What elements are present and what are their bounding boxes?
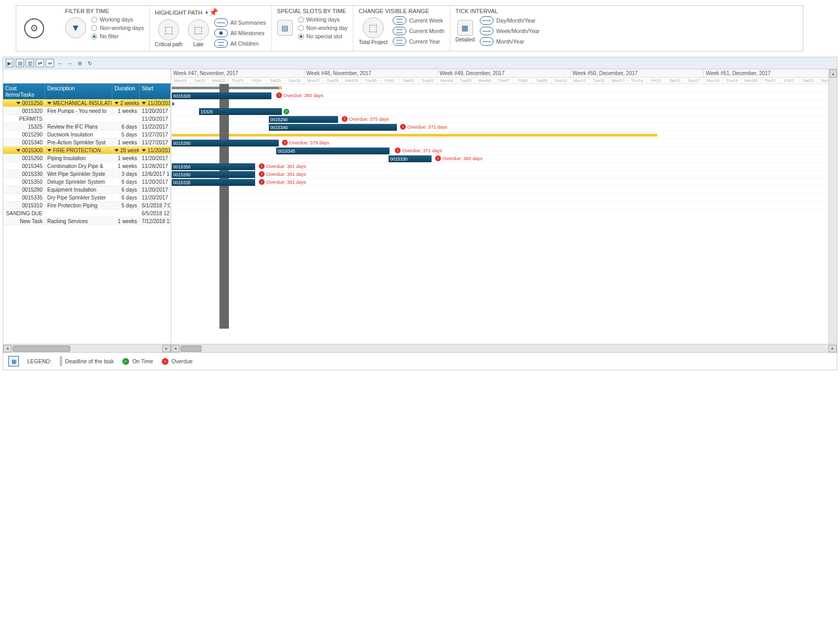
table-row[interactable]: 0015260Piping Insulation1 weeks11/20/201… (3, 154, 171, 162)
cell-start: 11/22/2017 (140, 124, 171, 130)
my-link[interactable]: Month/Year (480, 37, 540, 46)
radio-slot-none[interactable]: No special slot (298, 33, 348, 39)
task-bar[interactable]: 0015340 (269, 124, 397, 131)
table-header: Cost Items/Tasks Description Duration St… (3, 83, 171, 99)
radio-non-working-days[interactable]: Non-working days (91, 25, 144, 31)
table-row[interactable]: 0015320Fire Pumps - You need to1 weeks11… (3, 107, 171, 115)
summary-bar[interactable] (172, 134, 657, 136)
group-title: TICK INTERVAL (456, 8, 540, 14)
filter-icon[interactable]: ▼ (65, 17, 86, 38)
scroll-right-icon[interactable]: ▸ (828, 345, 837, 352)
radio-slot-working[interactable]: Working days (298, 16, 348, 23)
cell-dur: 5 days (112, 203, 140, 208)
vertical-scrollbar[interactable]: ▴ (828, 69, 837, 344)
gantt-area[interactable]: 0015320!Overdue: 380 days15325✓0015290!O… (171, 84, 837, 329)
day-header: Sat16 (666, 78, 685, 83)
legend-toggle-icon[interactable]: ▦ (8, 356, 19, 366)
table-h-scrollbar[interactable]: ◂ ▸ (3, 344, 171, 352)
table-row[interactable]: SANDING DUE6/5/2018 12 (3, 209, 171, 217)
current-week-link[interactable]: Current Week (393, 16, 444, 25)
table-row[interactable]: New TaskRacking Services1 weeks7/12/2018… (3, 217, 171, 225)
task-bar[interactable]: 0015280 (172, 171, 255, 178)
collapse-icon[interactable]: ▤ (16, 59, 24, 67)
late-button[interactable]: ⬚ (188, 19, 209, 40)
cell-dur: 1 weeks (112, 140, 140, 145)
current-year-link[interactable]: Current Year (393, 37, 444, 46)
main-area: ▶| ▤ ▥ ⇄ ⇹ ← → ⊕ ↻ Cost Items/Tasks Desc… (3, 57, 837, 370)
task-bar[interactable]: 0015350 (172, 163, 255, 170)
gantt-chart: Week #47, November, 2017Week #48, Novemb… (171, 69, 837, 344)
zoom-icon[interactable]: ⊕ (76, 59, 84, 67)
table-row[interactable]: 15325Review the IFC Plans6 days11/22/201… (3, 123, 171, 131)
scroll-up-icon[interactable]: ▴ (830, 69, 837, 78)
cell-id: 0015335 (3, 195, 45, 201)
dmy-link[interactable]: Day/Month/Year (480, 16, 540, 25)
table-row[interactable]: 0015340Pre-Action Sprinkler Syst1 weeks1… (3, 139, 171, 146)
table-row[interactable]: 0015335Dry Pipe Sprinkler Syster6 days11… (3, 194, 171, 202)
scroll-thumb[interactable] (13, 345, 70, 352)
fwd-arrow-icon[interactable]: → (66, 59, 74, 67)
task-bar[interactable]: 0015330 (388, 155, 432, 162)
scroll-right-icon[interactable]: ▸ (162, 345, 171, 352)
day-header: Wed20 (742, 78, 761, 83)
scroll-left-icon[interactable]: ◂ (171, 345, 180, 352)
radio-slot-nonworking[interactable]: Non-working day (298, 25, 348, 31)
cell-desc: Review the IFC Plans (45, 124, 112, 130)
table-row[interactable]: PERMITS11/20/2017 (3, 115, 171, 123)
table-row[interactable]: 0015290Ductwork Insulation5 days11/27/20… (3, 131, 171, 139)
table-row[interactable]: 0015350Deluge Sprinkler System6 days11/2… (3, 178, 171, 186)
scroll-left-icon[interactable]: ◂ (3, 345, 12, 352)
cell-dur: 1 weeks (112, 155, 140, 161)
cell-id: SANDING DUE (3, 211, 45, 216)
task-bar[interactable]: 0015320 (172, 92, 271, 99)
gantt-h-scrollbar[interactable]: ◂ ▸ (171, 344, 837, 352)
table-row[interactable]: 0015345Combination Dry Pipe &1 weeks11/2… (3, 162, 171, 170)
cell-desc: Fire Protection Piping (45, 203, 112, 208)
refresh-icon[interactable]: ↻ (86, 59, 94, 67)
table-row[interactable]: 0015280Equipment Insulation6 days11/20/2… (3, 186, 171, 194)
current-month-link[interactable]: Current Month (393, 27, 444, 35)
day-header: Fri15 (647, 78, 666, 83)
table-row[interactable]: 0015300FIRE PROTECTION28 weeks11/20/2017… (3, 146, 171, 154)
all-milestones-link[interactable]: All Milestones (214, 29, 266, 37)
wmy-link[interactable]: Week/Month/Year (480, 27, 540, 35)
cell-desc: Equipment Insulation (45, 187, 112, 193)
tick-interval-group: TICK INTERVAL ▦Detailed Day/Month/Year W… (450, 6, 545, 51)
overdue-dot-icon: ! (259, 179, 265, 185)
critical-path-button[interactable]: ⬚ (158, 19, 179, 40)
radio-no-filter[interactable]: No filter (91, 33, 144, 39)
col-desc[interactable]: Description (45, 83, 112, 99)
day-header: Wed06 (476, 78, 495, 83)
day-header: Fri22 (780, 78, 799, 83)
task-bar[interactable]: 0015290 (269, 116, 338, 123)
all-children-link[interactable]: All Children (214, 39, 266, 48)
day-header: Wed13 (608, 78, 627, 83)
task-bar[interactable]: 0015260 (172, 140, 279, 146)
table-row[interactable]: 0015250MECHANICAL INSULATION2 weeks, 311… (3, 99, 171, 107)
radio-working-days[interactable]: Working days (91, 16, 144, 23)
special-slots-group: SPECIAL SLOTS BY TIME ▤ Working days Non… (271, 6, 353, 51)
col-task[interactable]: Cost Items/Tasks (3, 83, 45, 99)
unlink-icon[interactable]: ⇹ (46, 59, 54, 67)
expand-icon[interactable]: ▥ (26, 59, 34, 67)
all-summaries-link[interactable]: All Summaries (214, 18, 266, 27)
col-start[interactable]: Start (140, 83, 171, 99)
col-dur[interactable]: Duration (112, 83, 140, 99)
table-row[interactable]: 0015330Wet Pipe Sprinkler Syste3 days12/… (3, 170, 171, 178)
detailed-button[interactable]: ▦ (457, 20, 473, 36)
day-header: Fri01 (381, 78, 400, 83)
back-arrow-icon[interactable]: ← (56, 59, 64, 67)
task-bar[interactable]: 0015345 (276, 148, 390, 154)
slot-icon[interactable]: ▤ (277, 20, 293, 36)
day-header: Mon18 (704, 78, 723, 83)
week-header: Week #47, November, 2017 (171, 69, 304, 77)
table-row[interactable]: 0015310Fire Protection Piping5 days5/1/2… (3, 202, 171, 209)
gantt-row (171, 202, 837, 210)
scroll-thumb[interactable] (181, 345, 202, 352)
task-bar[interactable]: 0015335 (172, 179, 255, 186)
task-bar[interactable]: 15325 (199, 108, 282, 115)
gear-icon[interactable]: ⚙ (24, 18, 44, 38)
goto-start-icon[interactable]: ▶| (6, 59, 14, 67)
link-icon[interactable]: ⇄ (36, 59, 44, 67)
total-project-button[interactable]: ⬚ (363, 17, 384, 38)
